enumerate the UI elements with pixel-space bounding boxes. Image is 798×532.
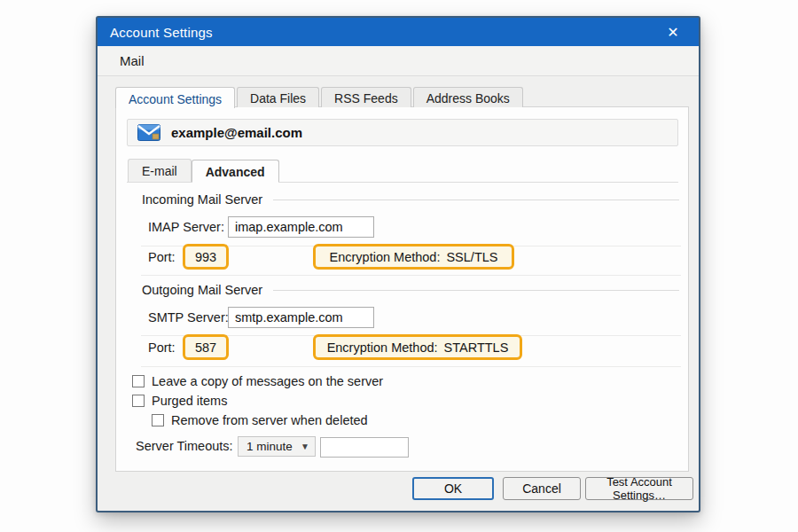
leave-copy-checkbox[interactable]: [132, 375, 145, 387]
remove-deleted-checkbox[interactable]: [152, 414, 164, 426]
account-email: example@email.com: [171, 125, 302, 140]
heading-rule: [273, 290, 679, 291]
incoming-heading-label: Incoming Mail Server: [142, 192, 262, 207]
purged-items-label: Purged items: [152, 394, 227, 408]
desktop-background: Account Settings ✕ Mail Account Settings…: [0, 0, 798, 532]
cancel-button[interactable]: Cancel: [503, 477, 581, 500]
timeout-dropdown[interactable]: 1 minute ▼: [238, 436, 316, 457]
ok-button[interactable]: OK: [412, 477, 494, 500]
incoming-section-heading: Incoming Mail Server: [142, 192, 679, 207]
tab-address-books[interactable]: Address Books: [413, 87, 523, 107]
tab-account-settings[interactable]: Account Settings: [115, 87, 235, 108]
close-icon[interactable]: ✕: [660, 18, 686, 46]
option-leave-copy-row: Leave a copy of messages on the server: [132, 374, 383, 388]
purged-items-checkbox[interactable]: [132, 395, 145, 407]
menu-bar: Mail: [98, 46, 699, 76]
account-row[interactable]: example@email.com: [127, 119, 678, 146]
divider: [141, 366, 681, 367]
divider: [141, 275, 681, 276]
incoming-encryption-label: Encryption Method:: [330, 250, 441, 264]
outgoing-encryption-highlight[interactable]: Encryption Method: STARTTLS: [313, 334, 522, 360]
window-title: Account Settings: [98, 25, 213, 40]
option-purged-row: Purged items: [132, 394, 227, 408]
smtp-server-label: SMTP Server:: [148, 310, 229, 325]
incoming-encryption-value: SSL/TLS: [446, 250, 497, 264]
test-account-settings-button[interactable]: Test Account Settings…: [585, 477, 693, 500]
incoming-encryption-highlight[interactable]: Encryption Method: SSL/TLS: [313, 244, 514, 270]
heading-rule: [273, 200, 679, 200]
incoming-port-highlight[interactable]: 993: [183, 244, 229, 270]
tab-data-files[interactable]: Data Files: [237, 87, 319, 107]
incoming-port-label: Port:: [148, 250, 176, 264]
timeout-custom-input[interactable]: [320, 437, 409, 458]
leave-copy-label: Leave a copy of messages on the server: [152, 374, 383, 388]
outgoing-heading-label: Outgoing Mail Server: [142, 283, 262, 297]
imap-server-input[interactable]: [228, 216, 374, 238]
account-settings-panel: example@email.com E-mail Advanced Incomi…: [115, 106, 689, 472]
outgoing-encryption-value: STARTTLS: [444, 340, 509, 355]
remove-deleted-label: Remove from server when deleted: [171, 413, 368, 427]
smtp-server-input[interactable]: [228, 307, 374, 328]
imap-server-label: IMAP Server:: [148, 220, 224, 234]
outgoing-encryption-label: Encryption Method:: [327, 340, 438, 355]
main-tab-strip: Account Settings Data Files RSS Feeds Ad…: [115, 86, 525, 107]
server-timeouts-label: Server Timeouts:: [136, 439, 233, 453]
tab-rss-feeds[interactable]: RSS Feeds: [321, 87, 411, 107]
option-remove-deleted-row: Remove from server when deleted: [152, 413, 368, 427]
incoming-port-value: 993: [195, 250, 216, 264]
menu-item-mail[interactable]: Mail: [98, 53, 145, 68]
outgoing-port-label: Port:: [148, 340, 176, 355]
sub-tab-strip: E-mail Advanced: [127, 157, 678, 183]
subtab-email[interactable]: E-mail: [128, 159, 192, 182]
chevron-down-icon: ▼: [301, 442, 309, 451]
mail-envelope-icon: [137, 124, 160, 141]
subtab-advanced[interactable]: Advanced: [192, 160, 279, 183]
account-settings-dialog: Account Settings ✕ Mail Account Settings…: [96, 16, 700, 512]
outgoing-port-highlight[interactable]: 587: [183, 334, 229, 360]
outgoing-section-heading: Outgoing Mail Server: [142, 283, 679, 297]
outgoing-port-value: 587: [195, 340, 216, 355]
title-bar[interactable]: Account Settings ✕: [98, 18, 699, 46]
timeout-selected-value: 1 minute: [246, 440, 301, 453]
